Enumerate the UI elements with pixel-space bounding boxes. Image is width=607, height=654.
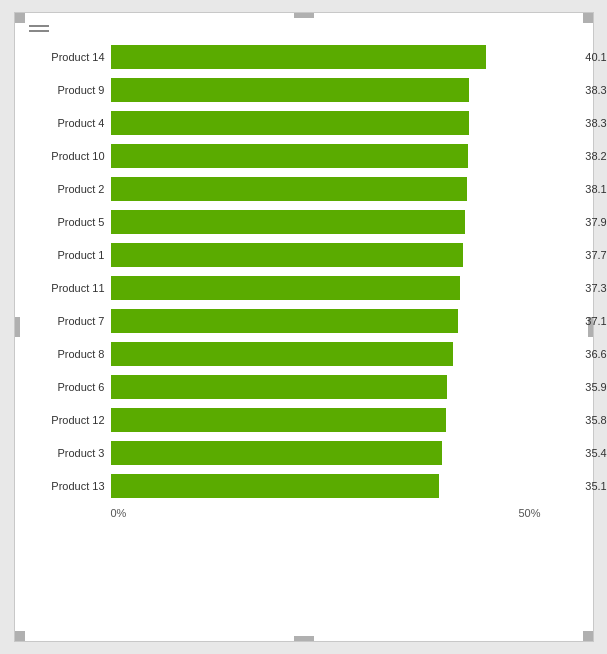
bar-row: Product 335.4% bbox=[29, 438, 579, 468]
bar-value: 37.7% bbox=[585, 249, 607, 261]
bar-container: 38.1% bbox=[111, 177, 579, 201]
bar-label: Product 12 bbox=[29, 414, 111, 426]
bar-container: 37.3% bbox=[111, 276, 579, 300]
bar-row: Product 1440.1% bbox=[29, 42, 579, 72]
bar-value: 38.3% bbox=[585, 117, 607, 129]
bar-fill bbox=[111, 441, 442, 465]
bar-fill bbox=[111, 243, 464, 267]
bar-label: Product 7 bbox=[29, 315, 111, 327]
bar-fill bbox=[111, 210, 466, 234]
resize-handle-left[interactable] bbox=[15, 317, 20, 337]
bar-container: 37.7% bbox=[111, 243, 579, 267]
bar-row: Product 1038.2% bbox=[29, 141, 579, 171]
bar-container: 37.1% bbox=[111, 309, 579, 333]
bar-value: 37.9% bbox=[585, 216, 607, 228]
bar-label: Product 8 bbox=[29, 348, 111, 360]
bar-row: Product 737.1% bbox=[29, 306, 579, 336]
resize-handle-tr[interactable] bbox=[583, 13, 593, 23]
bar-fill bbox=[111, 474, 440, 498]
drag-handle-icon[interactable] bbox=[29, 25, 49, 32]
axis-min-label: 0% bbox=[111, 507, 127, 519]
toolbar-left bbox=[29, 25, 49, 32]
bar-container: 38.3% bbox=[111, 111, 579, 135]
bar-row: Product 438.3% bbox=[29, 108, 579, 138]
bar-value: 38.1% bbox=[585, 183, 607, 195]
bar-container: 35.4% bbox=[111, 441, 579, 465]
axis-max-label: 50% bbox=[518, 507, 540, 519]
bar-label: Product 11 bbox=[29, 282, 111, 294]
resize-handle-br[interactable] bbox=[583, 631, 593, 641]
resize-handle-bl[interactable] bbox=[15, 631, 25, 641]
bar-fill bbox=[111, 144, 469, 168]
bar-value: 37.1% bbox=[585, 315, 607, 327]
bar-fill bbox=[111, 408, 446, 432]
axis-labels: 0%50% bbox=[111, 507, 579, 519]
resize-handle-bottom[interactable] bbox=[294, 636, 314, 641]
bar-row: Product 238.1% bbox=[29, 174, 579, 204]
bar-container: 35.9% bbox=[111, 375, 579, 399]
x-axis: 0%50% bbox=[29, 507, 579, 519]
bar-value: 40.1% bbox=[585, 51, 607, 63]
bar-container: 35.1% bbox=[111, 474, 579, 498]
bar-container: 38.2% bbox=[111, 144, 579, 168]
bar-row: Product 537.9% bbox=[29, 207, 579, 237]
bar-fill bbox=[111, 309, 458, 333]
bar-value: 37.3% bbox=[585, 282, 607, 294]
bar-fill bbox=[111, 78, 469, 102]
resize-handle-top[interactable] bbox=[294, 13, 314, 18]
bar-label: Product 4 bbox=[29, 117, 111, 129]
bar-row: Product 1335.1% bbox=[29, 471, 579, 501]
bar-label: Product 1 bbox=[29, 249, 111, 261]
bar-value: 35.1% bbox=[585, 480, 607, 492]
bar-container: 37.9% bbox=[111, 210, 579, 234]
bar-row: Product 938.3% bbox=[29, 75, 579, 105]
bar-value: 36.6% bbox=[585, 348, 607, 360]
chart-card: Product 1440.1%Product 938.3%Product 438… bbox=[14, 12, 594, 642]
bar-label: Product 3 bbox=[29, 447, 111, 459]
expand-button[interactable] bbox=[555, 27, 563, 31]
bar-value: 38.3% bbox=[585, 84, 607, 96]
bar-row: Product 1235.8% bbox=[29, 405, 579, 435]
toolbar-right bbox=[555, 27, 579, 31]
bar-value: 38.2% bbox=[585, 150, 607, 162]
chart-toolbar bbox=[25, 25, 583, 32]
bar-row: Product 635.9% bbox=[29, 372, 579, 402]
bar-row: Product 1137.3% bbox=[29, 273, 579, 303]
bar-fill bbox=[111, 276, 460, 300]
bar-container: 35.8% bbox=[111, 408, 579, 432]
bar-row: Product 836.6% bbox=[29, 339, 579, 369]
bar-container: 40.1% bbox=[111, 45, 579, 69]
bar-fill bbox=[111, 45, 486, 69]
bar-fill bbox=[111, 177, 468, 201]
bar-label: Product 10 bbox=[29, 150, 111, 162]
resize-handle-tl[interactable] bbox=[15, 13, 25, 23]
bar-label: Product 6 bbox=[29, 381, 111, 393]
bar-label: Product 2 bbox=[29, 183, 111, 195]
bar-label: Product 5 bbox=[29, 216, 111, 228]
bar-row: Product 137.7% bbox=[29, 240, 579, 270]
bar-label: Product 9 bbox=[29, 84, 111, 96]
bar-value: 35.9% bbox=[585, 381, 607, 393]
bar-label: Product 14 bbox=[29, 51, 111, 63]
more-options-button[interactable] bbox=[571, 27, 579, 31]
bar-fill bbox=[111, 375, 447, 399]
chart-area: Product 1440.1%Product 938.3%Product 438… bbox=[25, 42, 583, 519]
bar-container: 38.3% bbox=[111, 78, 579, 102]
bar-fill bbox=[111, 111, 469, 135]
bar-value: 35.8% bbox=[585, 414, 607, 426]
bar-value: 35.4% bbox=[585, 447, 607, 459]
bar-fill bbox=[111, 342, 454, 366]
bar-container: 36.6% bbox=[111, 342, 579, 366]
bar-label: Product 13 bbox=[29, 480, 111, 492]
